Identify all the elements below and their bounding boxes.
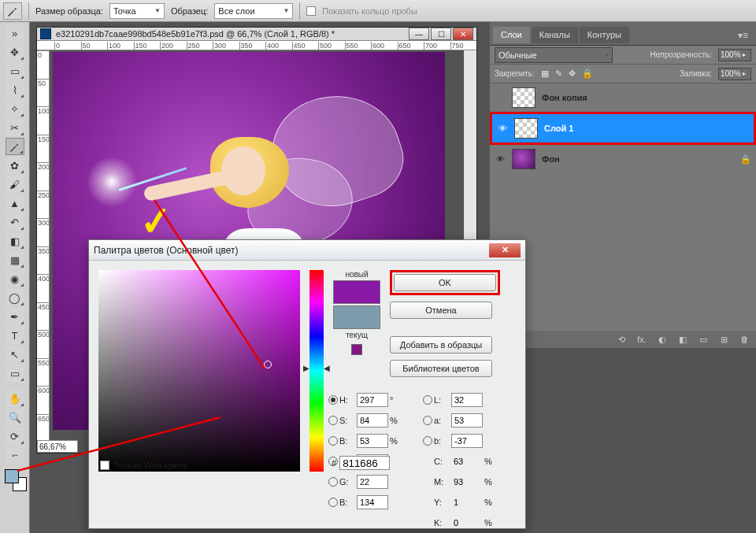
panel-footer-button[interactable]: ⟲: [614, 335, 628, 345]
add-to-swatches-button[interactable]: Добавить в образцы: [390, 336, 492, 353]
lock-all-icon[interactable]: 🔒: [582, 68, 593, 79]
layer-thumbnail[interactable]: [512, 87, 536, 108]
c-input[interactable]: [451, 454, 483, 468]
h-input[interactable]: [357, 393, 388, 407]
websafe-warning-icon[interactable]: [351, 344, 362, 355]
close-button[interactable]: ✕: [453, 28, 473, 40]
panel-menu-icon[interactable]: ▾≡: [733, 28, 753, 43]
visibility-toggle[interactable]: 👁: [495, 154, 506, 164]
a-input[interactable]: [451, 413, 483, 428]
clone-stamp-tool[interactable]: ▲: [6, 194, 24, 212]
hue-slider-thumb[interactable]: ▶◀: [303, 364, 330, 372]
rotate-view-tool[interactable]: ⟳: [6, 428, 24, 445]
hue-slider[interactable]: ▶◀: [309, 270, 324, 472]
gradient-tool[interactable]: ▦: [6, 251, 24, 268]
lasso-tool[interactable]: ⌇: [6, 81, 24, 98]
tab-channels[interactable]: Каналы: [532, 27, 578, 43]
zoom-level[interactable]: 66,67%: [37, 440, 78, 453]
eraser-tool[interactable]: ◧: [6, 232, 24, 250]
layer-thumbnail[interactable]: [512, 149, 536, 169]
lab-b-input[interactable]: [451, 434, 483, 448]
fill-input[interactable]: 100%▸: [718, 68, 751, 80]
healing-brush-tool[interactable]: ✿: [6, 157, 24, 174]
panel-footer-button[interactable]: ◧: [676, 335, 690, 345]
crop-tool[interactable]: ✂: [6, 119, 24, 136]
bch-radio[interactable]: [328, 498, 338, 507]
lock-position-icon[interactable]: ✥: [569, 68, 576, 79]
eyedropper-tool-icon[interactable]: [3, 2, 22, 20]
tab-paths[interactable]: Контуры: [580, 27, 629, 43]
bch-input[interactable]: [357, 495, 388, 509]
cancel-button[interactable]: Отмена: [390, 302, 492, 319]
brush-tool[interactable]: 🖌: [6, 176, 24, 193]
visibility-toggle[interactable]: 👁: [497, 124, 508, 133]
g-input[interactable]: [357, 475, 388, 489]
history-brush-tool[interactable]: ↶: [6, 213, 24, 231]
sample-layers-dropdown[interactable]: Все слои ▼: [214, 3, 293, 19]
blend-mode-dropdown[interactable]: Обычные ▾: [495, 47, 613, 63]
horizontal-ruler[interactable]: 0501001502002503003504004505005506006507…: [37, 41, 476, 50]
web-colors-checkbox[interactable]: [100, 461, 109, 470]
panel-footer-button[interactable]: fx.: [635, 335, 649, 344]
saturation-value-field[interactable]: [98, 270, 300, 472]
vertical-ruler[interactable]: 050100150200250300350400450500550600650: [37, 50, 50, 442]
b-radio[interactable]: [328, 436, 338, 446]
layer-row[interactable]: Фон копия: [490, 83, 756, 112]
panel-footer-button[interactable]: ⊞: [717, 335, 731, 345]
color-swatches[interactable]: [3, 468, 27, 494]
show-ring-checkbox[interactable]: [306, 6, 316, 16]
foreground-color-swatch[interactable]: [5, 469, 19, 483]
ok-button[interactable]: OK: [394, 274, 496, 291]
h-radio[interactable]: [328, 395, 338, 405]
layer-row[interactable]: 👁Слой 1: [492, 114, 754, 143]
layer-name[interactable]: Фон: [542, 154, 560, 164]
move-tool[interactable]: ✥: [6, 43, 24, 61]
dodge-tool[interactable]: ◯: [6, 289, 24, 306]
eyedropper-tool[interactable]: [6, 138, 24, 155]
s-input[interactable]: [357, 413, 388, 428]
dialog-titlebar[interactable]: Палитра цветов (Основной цвет) ✕: [89, 240, 525, 261]
lab-b-radio[interactable]: [423, 436, 432, 446]
layer-row[interactable]: 👁Фон🔒: [490, 145, 756, 173]
collapse-icon[interactable]: »: [6, 24, 24, 42]
color-swap-icon[interactable]: ⤺: [6, 446, 24, 464]
g-radio[interactable]: [328, 477, 338, 487]
layer-name[interactable]: Слой 1: [544, 124, 573, 133]
panel-footer-button[interactable]: ▭: [696, 335, 710, 345]
minimize-button[interactable]: —: [409, 28, 429, 40]
bv-input[interactable]: [357, 434, 388, 448]
hand-tool[interactable]: ✋: [6, 390, 24, 407]
document-titlebar[interactable]: e3210291db7caae998bd548e5b91e7f3.psd @ 6…: [37, 28, 476, 41]
maximize-button[interactable]: ☐: [431, 28, 451, 40]
annotation-checkmark: ✓: [138, 198, 175, 246]
shape-tool[interactable]: ▭: [6, 365, 24, 382]
s-radio[interactable]: [328, 416, 338, 425]
panel-footer-button[interactable]: ◐: [655, 335, 669, 345]
layer-name[interactable]: Фон копия: [542, 93, 587, 102]
y-input[interactable]: [451, 495, 483, 509]
type-tool[interactable]: T: [6, 327, 24, 344]
lock-transparency-icon[interactable]: ▦: [541, 68, 549, 79]
pen-tool[interactable]: ✒: [6, 308, 24, 325]
dialog-title: Палитра цветов (Основной цвет): [94, 245, 484, 256]
l-input[interactable]: [451, 393, 483, 407]
current-color-swatch[interactable]: [333, 305, 380, 329]
m-input[interactable]: [451, 475, 483, 489]
color-libraries-button[interactable]: Библиотеки цветов: [390, 360, 492, 377]
panel-footer-button[interactable]: 🗑: [737, 335, 751, 344]
hex-input[interactable]: [339, 456, 390, 470]
lock-pixels-icon[interactable]: ✎: [555, 68, 562, 79]
blur-tool[interactable]: ◉: [6, 270, 24, 287]
path-selection-tool[interactable]: ↖: [6, 346, 24, 363]
marquee-tool[interactable]: ▭: [6, 62, 24, 80]
magic-wand-tool[interactable]: ✧: [6, 100, 24, 117]
sample-size-dropdown[interactable]: Точка ▼: [109, 3, 165, 19]
opacity-input[interactable]: 100%▸: [718, 49, 751, 61]
layer-thumbnail[interactable]: [514, 118, 538, 139]
zoom-tool[interactable]: 🔍: [6, 409, 24, 426]
l-radio[interactable]: [423, 395, 432, 405]
k-input[interactable]: [451, 516, 483, 530]
tab-layers[interactable]: Слои: [493, 27, 530, 43]
dialog-close-button[interactable]: ✕: [489, 243, 521, 257]
a-radio[interactable]: [423, 416, 432, 425]
